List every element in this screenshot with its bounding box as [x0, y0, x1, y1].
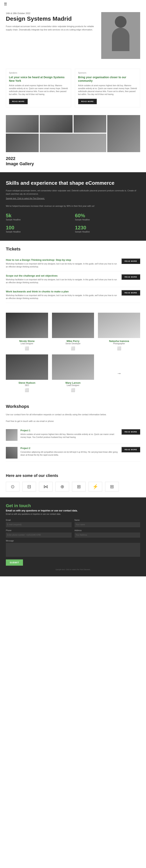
message-col: Message [6, 540, 140, 557]
member-4-photo [6, 354, 48, 380]
member-5-instagram-icon[interactable]: ⬜ [71, 388, 75, 392]
hero-description: Fusce volutpat accumsan lorem, vel conse… [6, 25, 97, 31]
message-label: Message [6, 540, 140, 542]
tickets-title: Tickets [6, 247, 140, 252]
team-arrow[interactable]: → [98, 354, 140, 392]
client-logo-4: ⊕ [56, 482, 69, 492]
skills-description: Fusce volutpat accumsan lorem, vel conse… [6, 189, 140, 195]
speakers-read-more-button[interactable]: READ MORE [9, 99, 28, 104]
stat-3-label: Sample Headline [6, 231, 71, 233]
workshop-2-button[interactable]: READ MORE [121, 447, 140, 452]
contact-subtitle: Email us with any questions or inquiries… [6, 509, 140, 512]
phone-input[interactable] [6, 532, 72, 537]
submit-button[interactable]: SUBMIT [6, 559, 23, 566]
ticket-2-title: Scope out the challenge and set objectiv… [6, 274, 118, 277]
stat-4-label: Sample Headline [75, 231, 140, 233]
member-5-photo [52, 354, 94, 380]
stat-3-value: 100 [6, 225, 71, 231]
workshop-1-button[interactable]: READ MORE [121, 429, 140, 435]
sponsors-label: Sponsors [78, 72, 137, 74]
contact-form-row1: Email Name [6, 519, 140, 527]
hero-content: 14th & 18th October 2022 Design Systems … [6, 12, 101, 59]
skills-link[interactable]: Sample text. Click to select the Text El… [6, 197, 140, 199]
address-col: Address [75, 529, 140, 537]
ticket-3-desc: Workshop facilitation is an important sk… [6, 294, 118, 300]
stat-1-label: Sample Headline [6, 219, 71, 221]
ticket-item-2: Scope out the challenge and set objectiv… [6, 271, 140, 287]
client-logo-2: ⊟ [23, 482, 36, 492]
ticket-2-desc: Workshop facilitation is an important sk… [6, 278, 118, 284]
name-col: Name [75, 519, 140, 527]
stats-grid: 5k Sample Headline 60% Sample Headline 1… [6, 213, 140, 233]
team-grid-row2: Steve Hudson SEO ⬜ Mary Larson Lead Desi… [6, 354, 140, 392]
member-5-name: Mary Larson [52, 381, 94, 384]
ticket-3-content: Work backwards and think in chunks to ma… [6, 290, 121, 300]
member-2-instagram-icon[interactable]: ⬜ [71, 346, 75, 350]
ticket-3-title: Work backwards and think in chunks to ma… [6, 290, 118, 293]
workshop-2-title: Project 2 [21, 447, 118, 450]
member-1-photo [6, 313, 48, 338]
ticket-3-button[interactable]: READ MORE [121, 290, 140, 296]
member-3-instagram-icon[interactable]: ⬜ [117, 346, 121, 350]
speakers-label: Speakers [9, 72, 68, 74]
footer-note: Sample text. Click to select the Text El… [6, 568, 140, 570]
hero-person-photo [101, 12, 140, 59]
member-2-role: Senior Developer [52, 343, 94, 345]
stat-2-label: Sample Headline [75, 219, 140, 221]
phone-label: Phone [6, 529, 72, 531]
address-label: Address [75, 529, 140, 531]
ticket-2-button[interactable]: READ MORE [121, 274, 140, 280]
stat-2: 60% Sample Headline [75, 213, 140, 221]
ticket-1-title: How to run a Design Thinking workshop: S… [6, 258, 118, 261]
message-textarea[interactable] [6, 543, 140, 557]
menu-icon[interactable]: ☰ [4, 2, 7, 6]
workshops-description: Use our contact form for all information… [6, 413, 140, 416]
email-col: Email [6, 519, 72, 527]
member-1-instagram-icon[interactable]: ⬜ [25, 346, 29, 350]
hero-date: 14th & 18th October 2022 [6, 12, 97, 14]
sponsors-card: Sponsors Bring your organisation closer … [75, 69, 140, 107]
workshop-1-title: Project 1 [21, 429, 118, 432]
client-logo-7: ⊞ [105, 482, 119, 492]
hero-photo [101, 12, 140, 59]
ticket-1-button[interactable]: READ MORE [121, 258, 140, 264]
speakers-title: Let your voice be heard at Design System… [9, 75, 68, 83]
stat-4: 1230 Sample Headline [75, 225, 140, 233]
gallery-section: 2022 Image Gallery [0, 111, 146, 172]
address-input[interactable] [75, 532, 140, 537]
ticket-item-1: How to run a Design Thinking workshop: S… [6, 255, 140, 271]
client-logo-5: ⊞ [72, 482, 86, 492]
gallery-grid [6, 115, 140, 152]
email-input[interactable] [6, 522, 72, 527]
stat-4-value: 1230 [75, 225, 140, 231]
workshops-title: Workshops [6, 404, 140, 409]
speakers-text: Article sodales sit amet express highest… [9, 84, 68, 96]
ticket-2-content: Scope out the challenge and set objectiv… [6, 274, 121, 284]
ticket-1-desc: Workshop facilitation is an important sk… [6, 262, 118, 268]
email-label: Email [6, 519, 72, 521]
member-2-photo [52, 313, 94, 338]
sponsors-read-more-button[interactable]: READ MORE [78, 99, 97, 104]
speakers-card: Speakers Let your voice be heard at Desi… [6, 69, 71, 107]
top-bar: ☰ [0, 0, 146, 8]
name-input[interactable] [75, 522, 140, 527]
team-member-4: Steve Hudson SEO ⬜ [6, 354, 48, 392]
gallery-image-3 [74, 115, 107, 133]
stat-3: 100 Sample Headline [6, 225, 71, 233]
hero-image [101, 12, 140, 59]
clients-section: Here are some of our clients ⊙ ⊟ ⋈ ⊕ ⊞ ⚡… [0, 468, 146, 497]
gallery-image-4 [107, 115, 140, 152]
team-member-1: Nicole Stone Lead Designer ⬜ [6, 313, 48, 350]
name-label: Name [75, 519, 140, 521]
tickets-section: Tickets How to run a Design Thinking wor… [0, 241, 146, 309]
sponsors-title: Bring your organisation closer to our co… [78, 75, 137, 83]
workshop-1-content: Project 1 Article sodales sit amet expre… [21, 429, 118, 439]
member-4-instagram-icon[interactable]: ⬜ [25, 388, 29, 392]
contact-section-title: Get in touch [6, 503, 140, 508]
team-member-3: Natasha Ivanova Photographer ⬜ [98, 313, 140, 350]
member-3-name: Natasha Ivanova [98, 340, 140, 343]
workshop-item-1: Project 1 Article sodales sit amet expre… [6, 426, 140, 444]
client-logo-6: ⚡ [88, 482, 102, 492]
team-member-2: Mike Perry Senior Developer ⬜ [52, 313, 94, 350]
ticket-1-content: How to run a Design Thinking workshop: S… [6, 258, 121, 268]
